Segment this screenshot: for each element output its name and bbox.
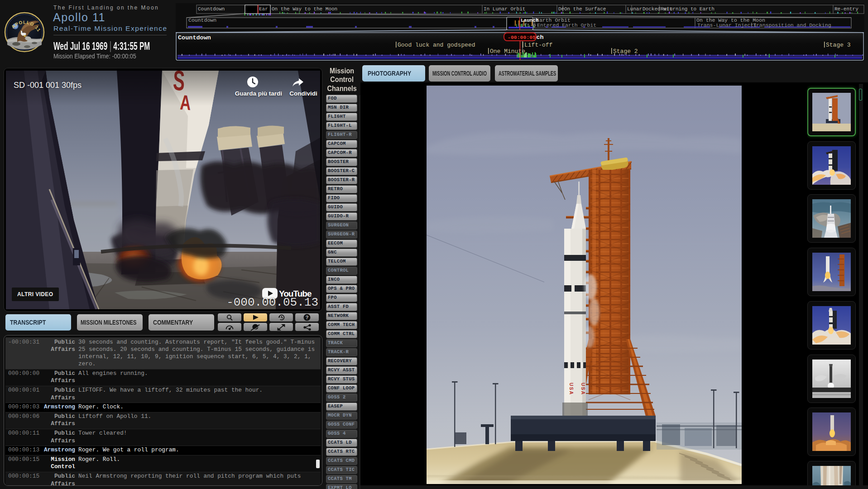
- svg-text:Trans-Lunar Injecti: Trans-Lunar Injecti: [697, 22, 757, 28]
- svg-text:Countdown: Countdown: [198, 6, 225, 12]
- svg-text:USA: USA: [580, 383, 586, 395]
- svg-text:Stage 3: Stage 3: [826, 42, 851, 48]
- svg-text:Transposition and Docking: Transposition and Docking: [753, 22, 831, 28]
- svg-text:USA: USA: [569, 383, 574, 395]
- svg-text:Dé: Dé: [558, 6, 564, 12]
- svg-text:Ear: Ear: [259, 6, 268, 12]
- svg-text:On the Surface: On the Surface: [564, 6, 606, 12]
- svg-text:In Lunar Orbit: In Lunar Orbit: [484, 6, 525, 12]
- svg-text:Lunar: Lunar: [627, 6, 642, 12]
- svg-text:Good luck and godspeed: Good luck and godspeed: [398, 42, 475, 48]
- svg-text:Lift-off: Lift-off: [524, 42, 552, 48]
- svg-text:Countdown: Countdown: [188, 17, 216, 23]
- svg-text:Countdown: Countdown: [178, 34, 211, 41]
- svg-text:On the Way to the Moon: On the Way to the Moon: [272, 6, 337, 12]
- svg-text:Lift-o: Lift-o: [518, 23, 536, 28]
- svg-text:Returning to Earth: Returning to Earth: [661, 6, 715, 12]
- svg-text:?: ?: [305, 315, 308, 320]
- svg-text:-00:00:05: -00:00:05: [508, 34, 536, 40]
- svg-text:Re-entry: Re-entry: [834, 6, 858, 12]
- svg-text:Stage 2: Stage 2: [613, 48, 638, 55]
- svg-text:Entered Earth Orbit: Entered Earth Orbit: [537, 22, 596, 28]
